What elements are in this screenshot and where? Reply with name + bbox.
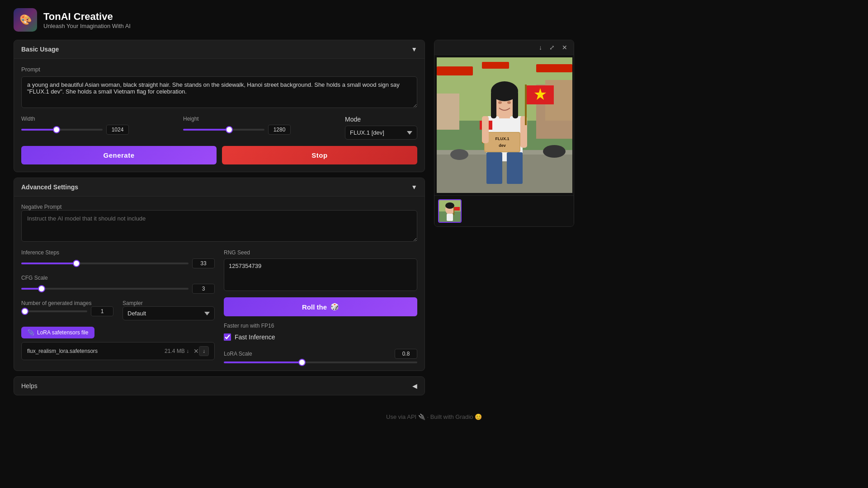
footer-gradio-emoji: 😊: [475, 413, 482, 420]
width-slider-row: 1024: [21, 125, 174, 135]
svg-rect-33: [482, 116, 489, 143]
lora-section: 📎 LoRA safetensors file flux_realism_lor…: [21, 327, 215, 360]
generate-button[interactable]: Generate: [21, 146, 217, 164]
fast-inference-row: Fast Inference: [224, 333, 417, 341]
mode-group: Mode FLUX.1 [dev] FLUX.1 [schnell] FLUX.…: [345, 116, 417, 140]
footer: Use via API 🔌 · Built with Gradio 😊: [0, 404, 868, 429]
lora-filename: flux_realism_lora.safetensors: [27, 348, 165, 354]
svg-rect-38: [447, 214, 453, 221]
settings-row: Width 1024 Height 1280: [21, 116, 417, 140]
lora-filesize: 21.4 MB ↓: [165, 348, 189, 354]
lora-download-button[interactable]: ↓: [199, 346, 209, 356]
neg-prompt-label: Negative Prompt: [21, 204, 417, 210]
svg-point-19: [507, 101, 511, 104]
svg-rect-7: [536, 64, 572, 72]
fast-inference-checkbox[interactable]: [224, 333, 231, 341]
advanced-settings-content: Negative Prompt Inference Steps 33: [14, 197, 425, 371]
width-slider[interactable]: [21, 129, 103, 131]
lora-scale-section: LoRA Scale 0.8: [224, 349, 417, 363]
svg-rect-17: [513, 91, 518, 118]
neg-prompt-section: Negative Prompt: [21, 204, 417, 243]
roll-dice-button[interactable]: Roll the 🎲: [224, 297, 417, 316]
lora-scale-header: LoRA Scale 0.8: [224, 349, 417, 359]
lora-upload-button[interactable]: 📎 LoRA safetensors file: [21, 327, 94, 338]
svg-text:dev: dev: [499, 143, 506, 148]
inference-steps-label: Inference Steps: [21, 249, 215, 256]
stop-button[interactable]: Stop: [222, 146, 417, 164]
lora-upload-icon: 📎: [28, 329, 34, 336]
height-label: Height: [183, 116, 336, 122]
logo-emoji: 🎨: [19, 14, 32, 26]
inference-steps-slider[interactable]: [21, 263, 189, 264]
helps-chevron: ◀: [412, 382, 417, 389]
basic-usage-title: Basic Usage: [21, 46, 59, 53]
prompt-label: Prompt: [21, 66, 417, 73]
app-title: TonAI Creative: [43, 11, 131, 23]
svg-rect-5: [437, 66, 473, 75]
inference-steps-value: 33: [192, 258, 215, 268]
prompt-input[interactable]: [21, 76, 417, 108]
svg-rect-2: [437, 94, 459, 130]
height-slider[interactable]: [183, 129, 264, 131]
image-close-button[interactable]: ✕: [559, 43, 570, 52]
svg-rect-6: [482, 62, 509, 69]
cfg-scale-field: CFG Scale 3: [21, 275, 215, 294]
thumbnail-strip: [434, 195, 574, 226]
lora-delete-button[interactable]: ✕: [193, 347, 199, 355]
image-panel: ↓ ⤢ ✕: [434, 40, 574, 227]
sampler-select[interactable]: Default DDIM DPM++ 2M Euler Euler a: [123, 306, 215, 320]
svg-text:FLUX.1: FLUX.1: [495, 136, 509, 141]
rng-seed-input[interactable]: [224, 258, 417, 291]
advanced-left-col: Inference Steps 33 CFG Scale 3: [21, 249, 215, 363]
width-label: Width: [21, 116, 174, 122]
lora-scale-label: LoRA Scale: [224, 351, 252, 357]
left-panel: Basic Usage ▼ Prompt Width 1024: [14, 40, 425, 395]
app-logo: 🎨: [14, 8, 37, 32]
num-images-slider-row: 1: [21, 306, 113, 316]
rng-seed-field: RNG Seed: [224, 249, 417, 291]
advanced-settings-header[interactable]: Advanced Settings ▼: [14, 178, 425, 197]
rng-seed-label: RNG Seed: [224, 249, 417, 256]
svg-point-18: [498, 101, 502, 104]
fast-inference-section: Faster run with FP16 Fast Inference: [224, 323, 417, 341]
basic-usage-content: Prompt Width 1024 Height: [14, 59, 425, 172]
width-group: Width 1024: [21, 116, 174, 135]
advanced-settings-title: Advanced Settings: [21, 183, 78, 191]
image-toolbar: ↓ ⤢ ✕: [434, 40, 574, 55]
img-sampler-row: Number of generated images 1 Sampler Def…: [21, 300, 215, 320]
right-panel: ↓ ⤢ ✕: [434, 40, 574, 395]
negative-prompt-input[interactable]: [21, 210, 417, 242]
sampler-label: Sampler: [123, 300, 215, 306]
num-images-col: Number of generated images 1: [21, 300, 113, 316]
basic-usage-header[interactable]: Basic Usage ▼: [14, 40, 425, 59]
height-slider-row: 1280: [183, 125, 336, 135]
cfg-scale-slider[interactable]: [21, 288, 189, 290]
roll-btn-label: Roll the: [302, 303, 327, 311]
thumbnail-image: [439, 200, 461, 222]
thumbnail-item[interactable]: [438, 199, 462, 223]
lora-scale-slider[interactable]: [224, 361, 417, 363]
advanced-settings-section: Advanced Settings ▼ Negative Prompt Infe…: [14, 178, 425, 371]
cfg-scale-value: 3: [192, 284, 215, 294]
helps-header[interactable]: Helps ◀: [14, 377, 425, 395]
lora-upload-label: LoRA safetensors file: [37, 329, 88, 336]
basic-usage-chevron: ▼: [411, 46, 417, 53]
advanced-right-col: RNG Seed Roll the 🎲 Faster run with FP16: [224, 249, 417, 363]
image-expand-button[interactable]: ⤢: [547, 43, 557, 52]
header-text: TonAI Creative Unleash Your Imagination …: [43, 11, 131, 29]
cfg-slider-row: 3: [21, 284, 215, 294]
fp16-label: Faster run with FP16: [224, 323, 417, 329]
svg-point-32: [543, 145, 566, 158]
mode-select[interactable]: FLUX.1 [dev] FLUX.1 [schnell] FLUX.1 [pr…: [345, 126, 417, 140]
svg-point-37: [445, 202, 454, 209]
lora-scale-value: 0.8: [395, 349, 417, 359]
svg-rect-11: [486, 152, 502, 184]
app-subtitle: Unleash Your Imagination With AI: [43, 23, 131, 29]
main-layout: Basic Usage ▼ Prompt Width 1024: [0, 40, 868, 395]
svg-rect-40: [454, 207, 460, 211]
image-download-button[interactable]: ↓: [536, 43, 545, 52]
footer-api-text: Use via API: [386, 413, 416, 420]
num-images-slider[interactable]: [21, 310, 87, 312]
main-image-container: FLUX.1 dev: [434, 55, 574, 195]
app-header: 🎨 TonAI Creative Unleash Your Imaginatio…: [0, 0, 868, 40]
